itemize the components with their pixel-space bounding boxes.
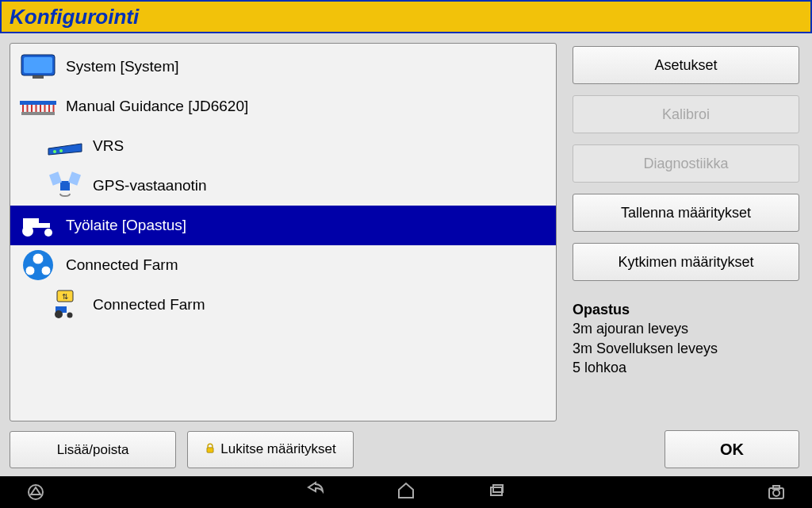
- tractor-icon: [17, 210, 59, 241]
- tree-item[interactable]: System [System]: [10, 47, 556, 87]
- harrow-icon: [17, 90, 59, 122]
- tree-item-label: GPS-vastaanotin: [93, 177, 207, 194]
- tree-item-label: VRS: [93, 137, 124, 155]
- nav-camera-icon[interactable]: [741, 483, 812, 502]
- svg-marker-13: [48, 144, 82, 155]
- switch-config-button[interactable]: Kytkimen määritykset: [573, 243, 799, 281]
- nav-home-icon[interactable]: [396, 481, 416, 503]
- svg-point-22: [44, 229, 52, 237]
- detail-line: 3m Sovelluksen leveys: [573, 339, 799, 358]
- titlebar: Konfigurointi: [0, 0, 812, 33]
- tree-item-label: Connected Farm: [93, 296, 205, 314]
- svg-point-26: [41, 266, 51, 275]
- diagnostics-button: Diagnostiikka: [573, 144, 799, 183]
- tree-item-label: System [System]: [66, 58, 179, 75]
- svg-rect-18: [68, 171, 81, 185]
- tree-item-label: Manual Guidance [JD6620]: [66, 98, 248, 115]
- svg-text:⇅: ⇅: [62, 292, 68, 301]
- detail-panel: Opastus 3m ajouran leveys 3m Sovelluksen…: [573, 300, 799, 377]
- svg-rect-1: [24, 57, 52, 73]
- globes-icon: [17, 249, 59, 281]
- android-navbar: [0, 476, 812, 508]
- tree-item[interactable]: Connected Farm: [10, 245, 556, 285]
- left-actions: Lisää/poista Lukitse määritykset: [10, 431, 557, 468]
- tree-item[interactable]: VRS: [10, 126, 556, 166]
- nav-power-icon[interactable]: [0, 483, 71, 502]
- nav-recent-icon[interactable]: [487, 481, 506, 503]
- tree-item[interactable]: GPS-vastaanotin: [10, 166, 556, 206]
- svg-point-31: [67, 313, 73, 318]
- svg-point-38: [773, 490, 779, 496]
- svg-point-14: [53, 150, 56, 153]
- svg-rect-16: [60, 181, 70, 190]
- svg-point-15: [59, 149, 63, 152]
- svg-rect-32: [207, 448, 213, 452]
- detail-heading: Opastus: [573, 300, 799, 319]
- tree-item[interactable]: ⇅Connected Farm: [10, 285, 556, 325]
- lock-icon: [205, 442, 216, 458]
- save-config-button[interactable]: Tallenna määritykset: [573, 194, 799, 232]
- detail-line: 5 lohkoa: [573, 358, 799, 377]
- tractor-sign-icon: ⇅: [44, 289, 86, 321]
- screen: Konfigurointi System [System]Manual Guid…: [0, 0, 812, 508]
- detail-line: 3m ajouran leveys: [573, 319, 799, 338]
- settings-button[interactable]: Asetukset: [573, 46, 799, 84]
- tree-item-label: Työlaite [Opastus]: [66, 217, 186, 234]
- tree-item-label: Connected Farm: [66, 256, 178, 274]
- svg-rect-2: [33, 75, 44, 79]
- tree-item[interactable]: Työlaite [Opastus]: [10, 206, 556, 245]
- add-remove-button[interactable]: Lisää/poista: [10, 431, 176, 468]
- svg-point-21: [22, 225, 33, 237]
- svg-point-30: [55, 310, 63, 318]
- svg-rect-3: [20, 101, 56, 105]
- monitor-icon: [17, 51, 59, 83]
- content-area: System [System]Manual Guidance [JD6620]V…: [0, 33, 812, 476]
- ok-wrap: OK: [573, 430, 799, 468]
- satellite-icon: [44, 170, 86, 202]
- nav-back-icon[interactable]: [306, 481, 325, 503]
- svg-point-25: [25, 266, 35, 275]
- ok-button[interactable]: OK: [665, 430, 799, 468]
- lock-config-button[interactable]: Lukitse määritykset: [187, 431, 354, 468]
- svg-marker-34: [31, 487, 40, 495]
- svg-rect-12: [21, 112, 55, 115]
- svg-rect-20: [39, 223, 50, 228]
- receiver-icon: [44, 130, 86, 162]
- config-tree[interactable]: System [System]Manual Guidance [JD6620]V…: [10, 43, 557, 421]
- page-title: Konfigurointi: [10, 5, 139, 29]
- calibrate-button: Kalibroi: [573, 95, 799, 133]
- lock-config-label: Lukitse määritykset: [220, 441, 336, 456]
- left-column: System [System]Manual Guidance [JD6620]V…: [10, 43, 557, 468]
- svg-rect-17: [49, 171, 62, 185]
- tree-item[interactable]: Manual Guidance [JD6620]: [10, 87, 556, 126]
- svg-point-24: [33, 253, 44, 264]
- right-column: Asetukset Kalibroi Diagnostiikka Tallenn…: [573, 43, 799, 468]
